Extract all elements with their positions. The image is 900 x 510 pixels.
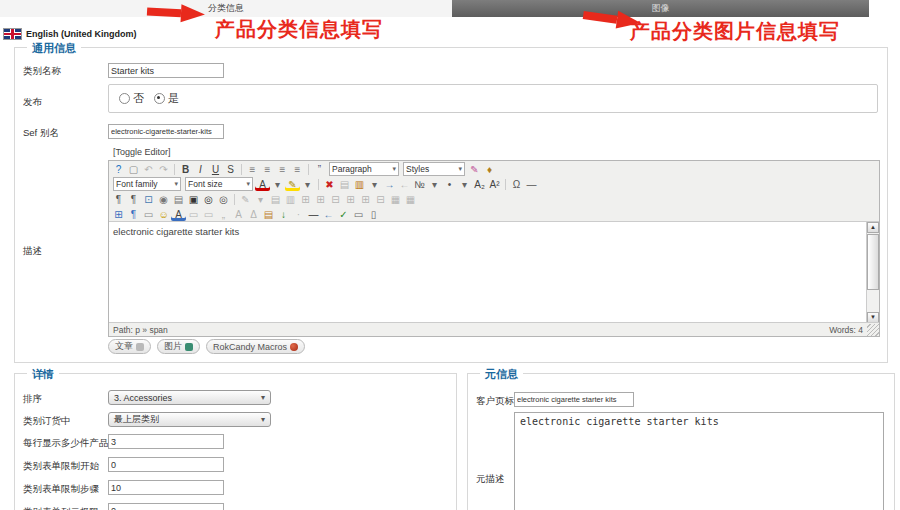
bullet-list-icon[interactable]: • (442, 178, 457, 191)
annotation-arrow-left-icon (147, 2, 206, 23)
toolbar-separator (308, 164, 309, 175)
cut-icon[interactable]: ✖ (322, 178, 337, 191)
template-icon[interactable]: ▤ (261, 208, 276, 221)
editor-toolbar: ?▢↶↷BIUS≡≡≡≡”Paragraph▾Styles▾✎♦Font fam… (109, 162, 879, 221)
new-document-icon[interactable]: ▢ (126, 163, 141, 176)
layer-forward-icon[interactable]: ▯ (366, 208, 381, 221)
editor-statusbar: Path: p » span Words: 4 (109, 322, 879, 336)
format-painter-icon[interactable]: ✎ (467, 163, 482, 176)
paste-icon[interactable]: ▥ (352, 178, 367, 191)
align-justify-icon[interactable]: ≡ (290, 163, 305, 176)
tab-category-info-label: 分类信息 (208, 2, 244, 15)
scrollbar-thumb[interactable] (867, 234, 879, 290)
resize-grip-icon[interactable] (867, 324, 879, 336)
scroll-up-icon[interactable]: ▲ (867, 222, 879, 233)
list-limit-max-input[interactable] (108, 503, 224, 510)
sef-alias-input[interactable] (108, 124, 224, 139)
insert-row-after-icon: ⊞ (313, 193, 328, 206)
bullet-list-dropdown-icon[interactable]: ▾ (457, 178, 472, 191)
paste-dropdown-icon[interactable]: ▾ (367, 178, 382, 191)
article-button-label: 文章 (115, 340, 133, 353)
annotation-left-text: 产品分类信息填写 (215, 16, 383, 43)
superscript-icon[interactable]: A² (487, 178, 502, 191)
insert-table-icon[interactable]: ⊞ (111, 208, 126, 221)
article-button[interactable]: 文章 (108, 339, 151, 354)
publish-no-radio[interactable] (119, 93, 130, 104)
products-per-row-input[interactable] (108, 434, 224, 449)
details-row: 排序 3. Accessories ▾ (15, 390, 456, 406)
align-left-icon[interactable]: ≡ (245, 163, 260, 176)
ordered-list-icon[interactable]: № (412, 178, 427, 191)
image-icon (185, 343, 193, 351)
editor-word-count: Words: 4 (829, 325, 863, 335)
strikethrough-icon[interactable]: S (223, 163, 238, 176)
bold-icon[interactable]: B (178, 163, 193, 176)
editor-content[interactable]: electronic cigarette starter kits (109, 221, 867, 323)
toolbar-separator (505, 179, 506, 190)
list-limit-start-input[interactable] (108, 457, 224, 472)
italic-icon[interactable]: I (193, 163, 208, 176)
spellcheck-icon[interactable]: A (171, 208, 186, 221)
ordering-select-value: 3. Accessories (114, 393, 172, 403)
blockquote-icon[interactable]: ” (312, 163, 327, 176)
special-char-icon[interactable]: Ω (509, 178, 524, 191)
show-blocks-icon[interactable]: ¶ (126, 208, 141, 221)
citation-icon: „ (216, 208, 231, 221)
details-row: 类别表单列示极限 (15, 503, 456, 510)
fullscreen-icon[interactable]: ⊡ (141, 193, 156, 206)
text-color-icon[interactable]: A (255, 178, 270, 191)
hr-advanced-icon[interactable]: — (306, 208, 321, 221)
meta-description-textarea[interactable]: electronic cigarette starter kits (514, 412, 884, 510)
rokcandy-macros-button[interactable]: RokCandy Macros (206, 339, 305, 354)
layer-backward-icon[interactable]: ▭ (351, 208, 366, 221)
styles-select[interactable]: Styles▾ (403, 162, 465, 176)
font-size-select[interactable]: Font size▾ (185, 177, 253, 191)
cleanup-icon[interactable]: ♦ (482, 163, 497, 176)
details-row: 类别表单限制步骤 (15, 480, 456, 496)
ltr-icon[interactable]: ¶ (111, 193, 126, 206)
image-button[interactable]: 图片 (157, 339, 200, 354)
editor-scrollbar[interactable]: ▲ ▼ (866, 221, 879, 323)
underline-icon[interactable]: U (208, 163, 223, 176)
image-icon[interactable]: ▣ (186, 193, 201, 206)
toolbar-separator (174, 164, 175, 175)
tab-image[interactable]: 图像 (452, 0, 869, 17)
align-right-icon[interactable]: ≡ (275, 163, 290, 176)
subscript-icon[interactable]: A₂ (472, 178, 487, 191)
category-name-input[interactable] (108, 63, 224, 78)
insert-layer-icon[interactable]: ↓ (276, 208, 291, 221)
toggle-editor-link[interactable]: [Toggle Editor] (113, 147, 171, 157)
indent-icon[interactable]: → (382, 178, 397, 191)
horizontal-rule-icon[interactable]: — (524, 178, 539, 191)
emotions-icon[interactable]: ☺ (156, 208, 171, 221)
highlight-color-icon[interactable]: ✎ (285, 178, 300, 191)
publish-radio-group: 否 是 (108, 84, 878, 113)
font-family-select[interactable]: Font family▾ (113, 177, 181, 191)
find-replace-icon[interactable]: ◎ (216, 193, 231, 206)
parent-category-select[interactable]: 最上层类别 ▾ (108, 412, 271, 427)
help-icon[interactable]: ? (111, 163, 126, 176)
ordered-list-dropdown-icon[interactable]: ▾ (427, 178, 442, 191)
move-backward-icon[interactable]: ← (321, 208, 336, 221)
split-cells-icon: ▦ (388, 193, 403, 206)
print-icon[interactable]: ▤ (171, 193, 186, 206)
paragraph-format-select[interactable]: Paragraph▾ (329, 162, 399, 176)
spellcheck-toggle-icon[interactable]: ✓ (336, 208, 351, 221)
insert-col-before-icon: ⊞ (343, 193, 358, 206)
ordering-select[interactable]: 3. Accessories ▾ (108, 390, 271, 405)
preview-icon[interactable]: ◉ (156, 193, 171, 206)
publish-label: 发布 (23, 96, 42, 109)
merge-cells-icon: ▦ (403, 193, 418, 206)
list-limit-step-input[interactable] (108, 480, 224, 495)
highlight-dropdown-icon[interactable]: ▾ (300, 178, 315, 191)
tab-category-info[interactable]: 分类信息 (0, 0, 452, 17)
rtl-icon[interactable]: ¶ (126, 193, 141, 206)
align-center-icon[interactable]: ≡ (260, 163, 275, 176)
parent-category-select-value: 最上层类别 (114, 413, 159, 426)
text-color-dropdown-icon[interactable]: ▾ (270, 178, 285, 191)
find-icon[interactable]: ◎ (201, 193, 216, 206)
page-break-icon[interactable]: ▭ (141, 208, 156, 221)
insert-col-after-icon: ⊞ (358, 193, 373, 206)
publish-yes-radio[interactable] (154, 93, 165, 104)
page-title-input[interactable] (514, 392, 634, 407)
